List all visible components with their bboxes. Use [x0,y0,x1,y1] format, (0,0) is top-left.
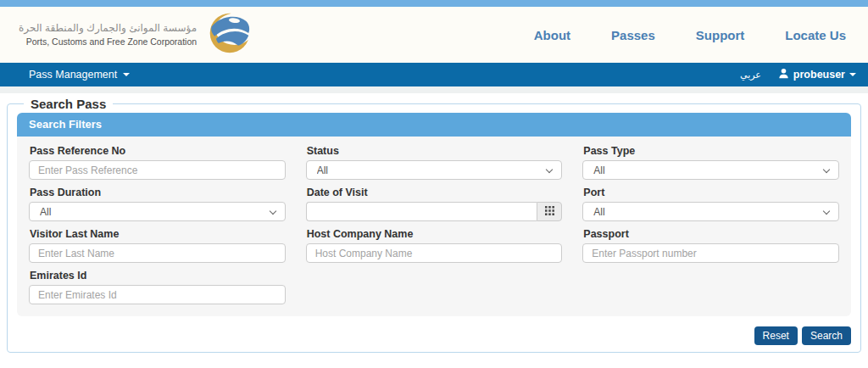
pass-duration-select[interactable]: All [29,202,286,221]
pass-reference-label: Pass Reference No [30,145,286,157]
field-emirates-id: Emirates Id [29,270,286,304]
nav-item-support[interactable]: Support [696,28,745,42]
port-select-control[interactable]: All [583,203,838,220]
port-label: Port [583,187,839,198]
field-pass-duration: Pass Duration All [29,187,286,221]
form-actions: Reset Search [17,326,851,345]
pass-management-label: Pass Management [29,69,117,81]
pass-type-select[interactable]: All [582,160,839,180]
reset-button[interactable]: Reset [754,326,798,345]
site-header: مؤسسة الموانئ والجمارك والمنطقة الحرة Po… [0,7,868,63]
host-company-name-label: Host Company Name [307,228,563,240]
panel-title: Search Filters [17,113,851,137]
nav-item-passes[interactable]: Passes [611,28,655,42]
date-of-visit-input[interactable] [306,202,537,221]
brand-logo-icon [205,11,253,59]
passport-label: Passport [583,228,839,240]
pass-management-menu[interactable]: Pass Management [29,69,130,81]
search-filters-panel: Search Filters Pass Reference No Status … [17,113,851,316]
org-name-arabic: مؤسسة الموانئ والجمارك والمنطقة الحرة [19,22,197,35]
org-name-english: Ports, Customs and Free Zone Corporation [19,36,197,47]
brand-text: مؤسسة الموانئ والجمارك والمنطقة الحرة Po… [19,22,197,47]
date-of-visit-group [306,202,563,221]
date-picker-button[interactable] [537,202,562,221]
emirates-id-label: Emirates Id [30,270,286,282]
caret-down-icon [123,73,130,76]
search-button[interactable]: Search [802,326,851,345]
pass-duration-select-control[interactable]: All [30,203,285,220]
user-icon [778,68,789,81]
emirates-id-input[interactable] [29,285,286,304]
field-passport: Passport [582,228,839,263]
pass-type-label: Pass Type [583,145,839,157]
status-select-control[interactable]: All [307,161,562,179]
pass-reference-input[interactable] [29,160,286,180]
user-menu[interactable]: probeuser [778,68,856,81]
visitor-last-name-input[interactable] [29,243,286,263]
date-of-visit-label: Date of Visit [307,187,563,198]
username: probeuser [793,69,845,81]
top-accent-strip [0,0,868,7]
app-navbar: Pass Management عربي probeuser [0,63,868,86]
panel-body: Pass Reference No Status All P [17,137,851,316]
passport-input[interactable] [582,243,839,263]
nav-item-about[interactable]: About [534,28,570,42]
visitor-last-name-label: Visitor Last Name [30,228,286,240]
main-nav: About Passes Support Locate Us [534,28,846,42]
pass-duration-label: Pass Duration [30,187,286,198]
header-divider [0,86,868,93]
brand[interactable]: مؤسسة الموانئ والجمارك والمنطقة الحرة Po… [19,11,253,59]
filters-grid: Pass Reference No Status All P [29,138,839,304]
page-content: Search Pass Search Filters Pass Referenc… [0,93,868,353]
field-pass-reference: Pass Reference No [29,145,286,180]
field-date-of-visit: Date of Visit [306,187,563,221]
caret-down-icon [849,73,856,76]
status-select[interactable]: All [306,160,563,180]
language-toggle[interactable]: عربي [740,70,761,81]
port-select[interactable]: All [582,202,839,221]
field-port: Port All [582,187,839,221]
host-company-name-input[interactable] [306,243,563,263]
field-visitor-last-name: Visitor Last Name [29,228,286,263]
pass-type-select-control[interactable]: All [583,161,838,179]
navbar-right: عربي probeuser [740,68,856,81]
calendar-grid-icon [545,205,554,218]
nav-item-locate-us[interactable]: Locate Us [785,28,846,42]
field-status: Status All [306,145,563,180]
page-title: Search Pass [24,97,113,111]
field-pass-type: Pass Type All [582,145,839,180]
search-pass-fieldset: Search Pass Search Filters Pass Referenc… [7,97,861,353]
field-host-company-name: Host Company Name [306,228,563,263]
status-label: Status [307,145,563,157]
